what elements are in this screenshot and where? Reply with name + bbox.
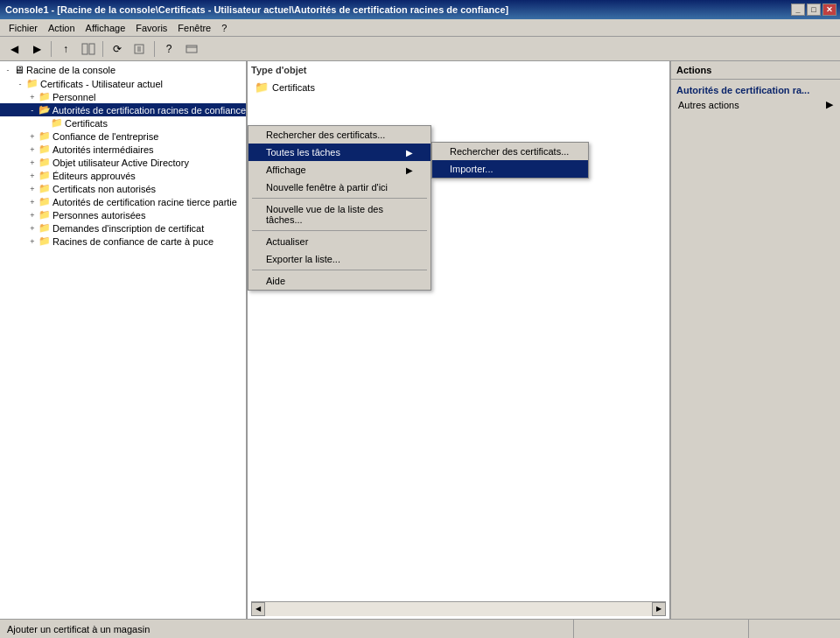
autorites-tierce-label: Autorités de certification racine tierce… (52, 197, 237, 207)
title-text: Console1 - [Racine de la console\Certifi… (4, 4, 508, 15)
tree-item-certs-user[interactable]: - 📁 Certificats - Utilisateur actuel (0, 77, 246, 90)
tree-item-objet-ad[interactable]: + 📁 Objet utilisateur Active Directory (0, 156, 246, 169)
ctx-aide[interactable]: Aide (248, 272, 430, 290)
status-section-2 (574, 620, 749, 638)
menu-fenetre[interactable]: Fenêtre (172, 21, 216, 35)
racines-carte-label: Racines de confiance de carte à puce (52, 236, 214, 247)
ctx-affichage[interactable]: Affichage ▶ (248, 161, 430, 179)
personnes-label: Personnes autorisées (52, 210, 145, 221)
scroll-left-button[interactable]: ◀ (251, 602, 265, 616)
root-icon: 🖥 (14, 64, 24, 76)
demandes-folder-icon: 📁 (38, 222, 51, 234)
tree-item-certificats-child[interactable]: 📁 Certificats (0, 116, 246, 130)
tree-root[interactable]: - 🖥 Racine de la console (0, 63, 246, 77)
actions-section-title: Autorités de certification ra... (671, 80, 840, 97)
status-text: Ajouter un certificat à un magasin (7, 624, 150, 634)
editeurs-label: Éditeurs approuvés (52, 171, 136, 181)
scroll-right-button[interactable]: ▶ (652, 602, 666, 616)
export-button[interactable] (130, 39, 150, 59)
toolbar-separator-3 (154, 41, 155, 57)
racines-carte-expand-icon: + (26, 237, 38, 246)
restore-button[interactable]: □ (807, 4, 821, 16)
tree-item-demandes[interactable]: + 📁 Demandes d'inscription de certificat (0, 221, 246, 235)
scroll-track[interactable] (265, 602, 652, 616)
certs-non-auto-expand-icon: + (26, 185, 38, 193)
autorites-inter-label: Autorités intermédiaires (52, 144, 154, 155)
help-button[interactable]: ? (158, 39, 179, 59)
personnel-folder-icon: 📁 (38, 91, 51, 102)
root-expand-icon: - (2, 66, 14, 74)
ctx-actualiser[interactable]: Actualiser (248, 233, 430, 250)
svg-rect-1 (89, 44, 94, 54)
title-buttons[interactable]: _ □ ✕ (791, 4, 836, 16)
tree-item-autorites-tierce[interactable]: + 📁 Autorités de certification racine ti… (0, 195, 246, 208)
editeurs-expand-icon: + (26, 172, 38, 180)
back-button[interactable]: ◀ (4, 39, 24, 59)
menu-action[interactable]: Action (43, 21, 80, 35)
menu-help[interactable]: ? (216, 21, 232, 35)
ctx-nouvelle-vue[interactable]: Nouvelle vue de la liste des tâches... (248, 200, 430, 228)
autorites-tierce-folder-icon: 📁 (38, 196, 51, 207)
ctx-exporter[interactable]: Exporter la liste... (248, 250, 430, 268)
personnel-label: Personnel (52, 92, 96, 102)
autorites-inter-expand-icon: + (26, 145, 38, 154)
status-bar: Ajouter un certificat à un magasin (0, 619, 840, 638)
ctx-affichage-label: Affichage (266, 165, 306, 175)
context-menu: Rechercher des certificats... Toutes les… (248, 125, 431, 291)
center-cert-label: Certificats (272, 82, 315, 93)
toolbar-separator-2 (102, 41, 103, 57)
sub-importer[interactable]: Importer... (432, 160, 588, 178)
tree-item-certs-non-auto[interactable]: + 📁 Certificats non autorisés (0, 182, 246, 195)
refresh-button[interactable]: ⟳ (107, 39, 128, 59)
autorites-expand-icon: - (26, 106, 38, 115)
autorites-inter-folder-icon: 📁 (38, 144, 51, 155)
personnes-expand-icon: + (26, 211, 38, 220)
tree-item-editeurs[interactable]: + 📁 Éditeurs approuvés (0, 169, 246, 182)
ctx-toutes-taches-arrow: ▶ (406, 148, 413, 158)
tree-root-label: Racine de la console (26, 65, 116, 75)
personnel-expand-icon: + (26, 93, 38, 102)
forward-button[interactable]: ▶ (26, 39, 47, 59)
horizontal-scrollbar[interactable]: ◀ ▶ (251, 601, 666, 615)
svg-rect-0 (82, 44, 88, 54)
actions-autres-actions[interactable]: Autres actions ▶ (671, 97, 840, 112)
tree-item-personnel[interactable]: + 📁 Personnel (0, 90, 246, 103)
tree-pane: - 🖥 Racine de la console - 📁 Certificats… (0, 61, 248, 619)
actions-header: Actions (671, 61, 840, 80)
svg-rect-6 (186, 46, 197, 53)
editeurs-folder-icon: 📁 (38, 170, 51, 181)
demandes-label: Demandes d'inscription de certificat (52, 223, 204, 234)
ctx-nouvelle-fenetre[interactable]: Nouvelle fenêtre à partir d'ici (248, 179, 430, 196)
menu-favoris[interactable]: Favoris (130, 21, 172, 35)
tree-item-autorites-racines[interactable]: - 📂 Autorités de certification racines d… (0, 103, 246, 116)
center-header: Type d'objet (251, 65, 666, 75)
confiance-label: Confiance de l'entreprise (52, 131, 158, 142)
sub-rechercher[interactable]: Rechercher des certificats... (432, 143, 588, 160)
ctx-toutes-taches[interactable]: Toutes les tâches ▶ (248, 144, 430, 161)
ctx-separator-3 (252, 270, 427, 270)
autres-actions-label: Autres actions (678, 100, 739, 110)
actions-pane: Actions Autorités de certification ra...… (671, 61, 840, 619)
menu-affichage[interactable]: Affichage (80, 21, 131, 35)
ctx-rechercher[interactable]: Rechercher des certificats... (248, 126, 430, 144)
close-button[interactable]: ✕ (822, 4, 836, 16)
autorites-folder-icon: 📂 (38, 104, 51, 116)
tree-item-racines-carte[interactable]: + 📁 Racines de confiance de carte à puce (0, 235, 246, 248)
tree-item-confiance[interactable]: + 📁 Confiance de l'entreprise (0, 130, 246, 143)
menu-fichier[interactable]: Fichier (4, 21, 43, 35)
toolbar-separator-1 (51, 41, 52, 57)
ctx-actualiser-label: Actualiser (266, 236, 308, 247)
autorites-racines-label: Autorités de certification racines de co… (52, 105, 246, 116)
minimize-button[interactable]: _ (791, 4, 805, 16)
show-hide-button[interactable] (78, 39, 99, 59)
autorites-tierce-expand-icon: + (26, 198, 38, 207)
tree-item-autorites-inter[interactable]: + 📁 Autorités intermédiaires (0, 143, 246, 156)
toolbar: ◀ ▶ ↑ ⟳ ? (0, 37, 840, 61)
sub-rechercher-label: Rechercher des certificats... (450, 146, 569, 157)
center-item-certificats[interactable]: 📁 Certificats (251, 79, 666, 95)
ctx-exporter-label: Exporter la liste... (266, 254, 340, 264)
sub-importer-label: Importer... (450, 164, 494, 174)
tree-item-personnes[interactable]: + 📁 Personnes autorisées (0, 208, 246, 221)
up-button[interactable]: ↑ (55, 39, 76, 59)
extra-button[interactable] (181, 39, 202, 59)
